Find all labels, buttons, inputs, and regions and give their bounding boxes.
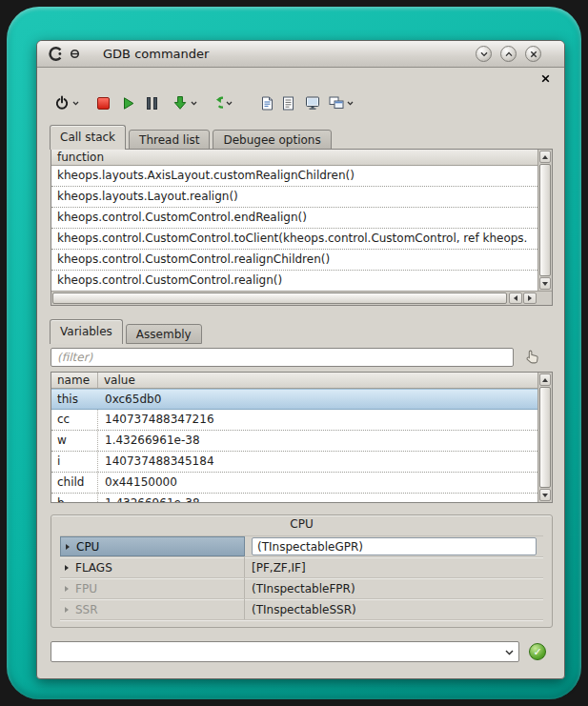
scrollbar-thumb[interactable] (539, 164, 551, 276)
tab-thread-list[interactable]: Thread list (129, 130, 210, 150)
pause-button[interactable] (147, 91, 157, 114)
power-icon (54, 95, 70, 111)
expander-icon[interactable] (66, 544, 70, 550)
variable-row[interactable]: w 1.43266961e-38 (51, 431, 537, 452)
power-dropdown[interactable] (72, 101, 79, 106)
coedit-e-icon (70, 49, 80, 59)
variable-value: 0x44150000 (98, 473, 537, 493)
scrollbar-thumb[interactable] (539, 387, 551, 488)
variable-row[interactable]: this 0xc65db0 (51, 389, 537, 410)
arrow-up-icon (542, 155, 548, 159)
register-group-value: (TInspectableFPR) (252, 582, 355, 595)
scroll-up-button[interactable] (539, 373, 551, 386)
titlebar[interactable]: GDB commander (37, 41, 564, 68)
expander-icon[interactable] (65, 586, 69, 592)
callstack-row[interactable]: kheops.layouts.Layout.realign() (51, 187, 537, 208)
callstack-row[interactable]: kheops.control.CustomControl.endRealign(… (51, 208, 537, 229)
callstack-header[interactable]: function (51, 150, 537, 166)
variables-vertical-scrollbar[interactable] (537, 373, 552, 502)
callstack-list: function kheops.layouts.AxisLayout.custo… (51, 149, 553, 306)
callstack-row[interactable]: kheops.control.CustomControl.realign() (51, 271, 537, 291)
variable-row[interactable]: b 1.43266961e-38 (51, 494, 537, 502)
pin-variable-button[interactable] (520, 346, 543, 368)
power-button[interactable] (54, 91, 70, 114)
filter-input[interactable] (51, 348, 514, 367)
show-windows-button[interactable] (329, 91, 344, 114)
expander-icon[interactable] (65, 607, 69, 613)
close-button[interactable] (525, 46, 541, 62)
scroll-up-button[interactable] (539, 151, 551, 163)
gdb-command-input[interactable] (51, 642, 518, 661)
combo-dropdown-button[interactable] (505, 650, 514, 656)
chevron-up-icon (505, 51, 513, 57)
cpu-row[interactable]: FLAGS [PF,ZF,IF] (60, 557, 543, 578)
column-name[interactable]: name (51, 373, 98, 388)
step-into-button[interactable] (172, 91, 188, 114)
scroll-down-button[interactable] (539, 489, 551, 501)
variable-row[interactable]: child 0x44150000 (51, 473, 537, 494)
run-icon (121, 96, 135, 111)
close-icon (530, 50, 537, 58)
debug-toolbar (54, 87, 557, 119)
cpu-row[interactable]: SSR (TInspectableSSR) (60, 599, 543, 620)
send-command-button[interactable]: ✓ (529, 643, 546, 660)
scroll-right-button[interactable] (523, 292, 537, 304)
variable-name: b (51, 494, 98, 502)
cpu-row[interactable]: FPU (TInspectableFPR) (60, 578, 543, 599)
cpu-value-editor[interactable]: (TInspectableGPR) (252, 537, 537, 555)
register-group-value: [PF,ZF,IF] (252, 561, 306, 575)
stop-button[interactable] (97, 91, 110, 114)
cpu-row[interactable]: CPU (TInspectableGPR) (60, 536, 543, 557)
monitor-icon (305, 95, 320, 111)
scroll-left-button[interactable] (509, 292, 522, 304)
teal-frame: GDB commander (7, 7, 581, 699)
variable-name: w (51, 431, 98, 451)
step-over-button[interactable] (207, 91, 223, 114)
column-function[interactable]: function (51, 150, 110, 165)
tab-debugee-options[interactable]: Debugee options (213, 130, 331, 150)
step-over-icon (207, 95, 223, 111)
stop-icon (97, 97, 110, 110)
chevron-down-icon (347, 101, 354, 106)
variables-table: name value this 0xc65db0 cc 140737488347… (51, 372, 553, 503)
run-button[interactable] (121, 91, 135, 114)
callstack-row[interactable]: kheops.control.CustomControl.toClient(kh… (51, 229, 537, 250)
callstack-vertical-scrollbar[interactable] (537, 150, 552, 291)
tab-assembly[interactable]: Assembly (126, 324, 202, 344)
gdb-command-combobox[interactable] (51, 641, 519, 662)
callstack-horizontal-scrollbar[interactable] (51, 291, 552, 305)
tab-variables[interactable]: Variables (50, 319, 123, 344)
chevron-down-icon (480, 51, 488, 57)
dock-close-button[interactable] (539, 72, 551, 84)
variable-value: 140737488347216 (98, 410, 537, 430)
callstack-row[interactable]: kheops.layouts.AxisLayout.customRealignC… (51, 166, 537, 187)
variables-header[interactable]: name value (51, 373, 537, 389)
variable-row[interactable]: cc 140737488347216 (51, 410, 537, 431)
variable-name: cc (51, 410, 98, 430)
column-value[interactable]: value (98, 373, 141, 388)
step-over-dropdown[interactable] (226, 101, 233, 106)
variable-name: this (51, 390, 98, 409)
variable-row[interactable]: i 140737488345184 (51, 452, 537, 473)
callstack-row[interactable]: kheops.control.CustomControl.realignChil… (51, 250, 537, 271)
expander-icon[interactable] (65, 565, 69, 571)
show-list-button[interactable] (282, 91, 294, 114)
cpu-group-title: CPU (51, 515, 552, 531)
scrollbar-thumb[interactable] (52, 292, 507, 304)
step-into-icon (172, 95, 188, 111)
callstack-tabbar: Call stack Thread list Debugee options (50, 125, 335, 150)
gdb-commander-window: GDB commander (36, 40, 565, 679)
cpu-groupbox: CPU CPU (TInspectableGPR) FLAGS [PF,ZF,I… (51, 514, 553, 628)
variables-tabbar: Variables Assembly (50, 319, 205, 344)
hand-pointer-icon (524, 349, 540, 365)
tab-call-stack[interactable]: Call stack (50, 125, 126, 150)
variable-value: 0xc65db0 (98, 390, 537, 409)
scroll-down-button[interactable] (539, 277, 551, 290)
step-into-dropdown[interactable] (191, 101, 197, 106)
show-monitor-button[interactable] (305, 91, 320, 114)
windows-dropdown[interactable] (347, 101, 354, 106)
variable-name: child (51, 473, 98, 493)
maximize-button[interactable] (500, 46, 517, 62)
shade-button[interactable] (476, 46, 492, 62)
show-source-button[interactable] (261, 91, 274, 114)
